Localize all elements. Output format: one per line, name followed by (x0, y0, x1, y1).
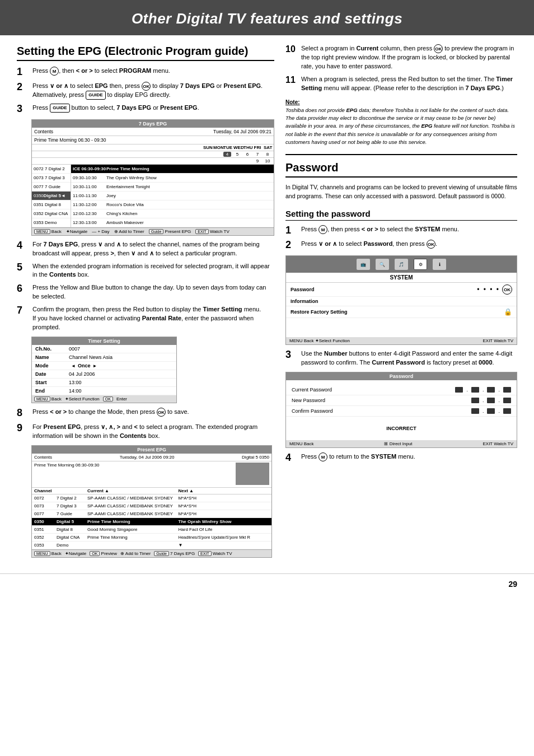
pw-current-dots: . . . (455, 387, 511, 393)
pw-new-sep-1: . (483, 398, 484, 403)
epg-header: Contents Tuesday, 04 Jul 2006 09:21 (32, 128, 274, 136)
page-num-label: 29 (508, 580, 517, 589)
step-8: 8 Press < or > to change the Mode, then … (17, 408, 274, 419)
epg-day-sat: SAT (264, 145, 271, 150)
pw-footer-right: EXIT Watch TV (483, 441, 513, 446)
pw-separator-3: . (498, 387, 500, 393)
timer-footer: MENU Back ✦Select Function OK Enter (32, 395, 176, 403)
step-num-1: 1 (17, 67, 29, 78)
pw-conf-sep-1: . (483, 408, 484, 414)
pw-confirm-label: Confirm Password (292, 408, 333, 414)
pw-step-2-text: Press ∨ or ∧ to select Password, then pr… (301, 240, 517, 249)
ds-row-restore: Restore Factory Setting 🔒 (286, 306, 517, 318)
epg-num-6: 6 (243, 152, 251, 157)
pepg-header: Contents Tuesday, 04 Jul 2006 09:20 Digi… (32, 454, 271, 461)
epg-day-thu: THU (243, 145, 251, 150)
epg-num-7: 7 (254, 152, 261, 157)
epg-prog-6: 12:30-13:00Ambush Makeover (71, 218, 274, 227)
ds-dots: • • • • (477, 286, 500, 293)
step-9-text: For Present EPG, press ∨, ∧, > and < to … (32, 423, 274, 441)
epg-footer-add: ⊕ Add to Timer (114, 229, 144, 234)
epg-ch-0353: 0353 Demo (32, 218, 71, 227)
pepg-title: Present EPG (32, 446, 271, 454)
epg-day-tue: TUE (223, 145, 231, 150)
pw-separator-1: . (466, 387, 468, 393)
pw-dot-3 (487, 387, 495, 393)
pepg-row-0072: 0072 7 Digital 2 SP-AAMI CLASSIC / MEDIB… (32, 494, 271, 502)
pepg-footer: MENU Back ✦Navigate OK Preview ⊕ Add to … (32, 549, 271, 557)
pw-row-new: New Password . . (286, 395, 517, 406)
epg-num-4: 4 (223, 152, 231, 157)
epg-ch-0351: 0351 Digital 8 (32, 200, 71, 209)
pepg-table: Present EPG Contents Tuesday, 04 Jul 200… (31, 445, 272, 558)
step-num-10: 10 (285, 44, 298, 54)
step-9: 9 For Present EPG, press ∨, ∧, > and < t… (17, 423, 274, 441)
digital-settings-panel: 📺 🔍 🎵 ⚙ ℹ SYSTEM Password • • • • OK Inf… (285, 255, 517, 345)
step-num-5: 5 (17, 262, 29, 273)
ds-footer-right: EXIT Watch TV (483, 338, 513, 343)
pepg-row-0073: 0073 7 Digital 3 SP-AAMI CLASSIC / MEDIB… (32, 502, 271, 510)
pw-step-num-2: 2 (285, 240, 298, 251)
pw-step-3-text: Use the Number buttons to enter 4-digit … (301, 349, 517, 367)
pw-title: Password (286, 372, 517, 380)
epg-num-9: 9 (254, 158, 261, 164)
step-2-text: Press ∨ or ∧ to select EPG then, press O… (32, 82, 274, 100)
step-num-8: 8 (17, 408, 29, 419)
epg-ch-col: 0072 7 Digital 2 0073 7 Digital 3 0077 7… (32, 165, 71, 227)
pepg-program-label: Prime Time Morning 06:30-09:30 (34, 463, 100, 468)
epg-day-fri: FRI (254, 145, 261, 150)
epg-extra-nums: 9 10 (32, 158, 274, 165)
pepg-row-0352: 0352 Digital CNA Prime Time Morning Head… (32, 534, 271, 542)
pw-dot-2 (471, 387, 479, 393)
pw-new-dots: . . (471, 398, 511, 403)
password-section-title: Password (285, 161, 517, 178)
pw-new-dot-2 (487, 398, 495, 403)
step-num-11: 11 (285, 75, 298, 85)
ds-info-label: Information (291, 298, 318, 304)
step-3: 3 Press GUIDE button to select, 7 Days E… (17, 104, 274, 115)
ds-password-label: Password (291, 287, 315, 292)
password-intro: In Digital TV, channels and programs can… (285, 183, 517, 201)
step-5-text: When the extended program information is… (32, 262, 274, 280)
epg-footer: MENU Back ✦Navigate — + Day ⊕ Add to Tim… (32, 227, 274, 235)
epg-prog-col: ICE 06:30-09:30Prime Time Morning 09:30-… (71, 165, 274, 227)
step-6: 6 Press the Yellow and Blue button to ch… (17, 283, 274, 301)
ok-icon-10: OK (434, 44, 443, 53)
ok-icon-pw2: OK (427, 240, 435, 249)
epg-ch-0077: 0077 7 Guide (32, 183, 71, 192)
epg-table-title: 7 Days EPG (32, 120, 274, 128)
epg-channel-list: 0072 7 Digital 2 0073 7 Digital 3 0077 7… (32, 165, 274, 227)
pepg-row-0353: 0353 Demo ▼ (32, 542, 271, 549)
pepg-digital-label: Digital 5 0350 (242, 455, 269, 460)
step-num-3: 3 (17, 104, 29, 115)
epg-day-mon: MON (213, 145, 221, 150)
step-10-text: Select a program in Current column, then… (301, 44, 517, 71)
step-7-text: Confirm the program, then press the Red … (32, 305, 274, 332)
timer-row-end: End 14:00 (32, 387, 176, 395)
ds-footer-left: MENU Back ✦Select Function (289, 338, 350, 343)
epg-prog-0: ICE 06:30-09:30Prime Time Morning (71, 165, 274, 174)
step-7: 7 Confirm the program, then press the Re… (17, 305, 274, 332)
pw-step-num-4: 4 (285, 452, 298, 464)
setting-password-title: Setting the password (285, 209, 517, 221)
epg-num-8: 8 (264, 152, 271, 157)
note-label: Note: (285, 99, 300, 105)
pw-step-4: 4 Press M to return to the SYSTEM menu. (285, 452, 517, 464)
pw-confirm-dots: . . (471, 408, 511, 414)
pw-step-1: 1 Press M, then press < or > to select t… (285, 225, 517, 236)
step-8-text: Press < or > to change the Mode, then pr… (32, 408, 274, 417)
pepg-date: Tuesday, 04 Jul 2006 09:20 (120, 455, 175, 460)
epg-contents-label: Contents (34, 129, 53, 134)
timer-table-title: Timer Setting (32, 337, 176, 345)
epg-program-row: Prime Time Morning 06:30 - 09:30 (32, 136, 274, 144)
pw-step-2: 2 Press ∨ or ∧ to select Password, then … (285, 240, 517, 251)
pw-footer-left: MENU Back (289, 441, 314, 446)
ok-btn-icon: OK (142, 82, 151, 91)
timer-row-chno: Ch.No. 0007 (32, 345, 176, 353)
right-column: 10 Select a program in Current column, t… (285, 44, 517, 562)
timer-setting-table: Timer Setting Ch.No. 0007 Name Channel N… (31, 337, 177, 403)
epg-ch-0072: 0072 7 Digital 2 (32, 165, 71, 174)
menu-icon-pw4: M (318, 452, 327, 461)
pw-step-4-text: Press M to return to the SYSTEM menu. (301, 452, 517, 461)
epg-footer-exit: EXIT Watch TV (195, 229, 229, 234)
